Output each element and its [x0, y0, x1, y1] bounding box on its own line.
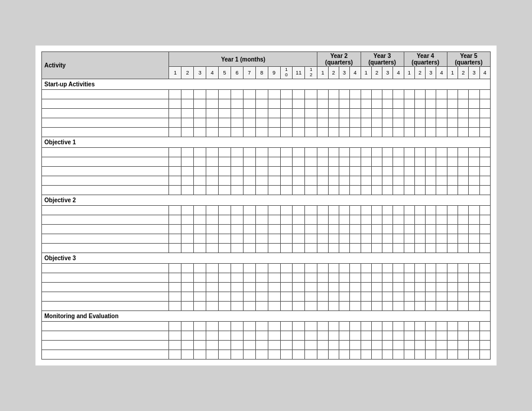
y4-q4: 4 [436, 67, 447, 79]
quarter-cell [458, 224, 469, 234]
quarter-cell [447, 185, 458, 195]
quarter-cell [414, 321, 425, 331]
month-cell [293, 321, 305, 331]
quarter-cell [317, 301, 328, 310]
month-cell [206, 205, 219, 215]
activity-table: Activity Year 1 (months) Year 2 (quarter… [41, 51, 491, 360]
month-cell [255, 273, 268, 282]
quarter-cell [436, 215, 447, 224]
table-row [42, 234, 491, 243]
quarter-cell [426, 147, 436, 157]
quarter-cell [458, 243, 469, 253]
quarter-cell [404, 331, 414, 340]
y5-q1: 1 [447, 67, 458, 79]
quarter-cell [361, 185, 371, 195]
quarter-cell [328, 349, 339, 359]
quarter-cell [414, 301, 425, 310]
quarter-cell [458, 215, 469, 224]
quarter-cell [361, 273, 371, 282]
quarter-cell [393, 166, 404, 176]
section-0: Start-up Activities [42, 79, 491, 89]
quarter-cell [350, 108, 361, 118]
month-cell [219, 224, 231, 234]
activity-cell [42, 301, 169, 310]
month-cell [280, 301, 293, 310]
table-row [42, 176, 491, 185]
quarter-cell [447, 215, 458, 224]
month-cell [206, 224, 219, 234]
month-cell [169, 147, 181, 157]
quarter-cell [458, 147, 469, 157]
quarter-cell [382, 118, 393, 127]
quarter-cell [361, 99, 371, 108]
month-11: 11 [293, 67, 305, 79]
month-cell [268, 89, 280, 99]
quarter-cell [339, 224, 349, 234]
quarter-cell [317, 331, 328, 340]
activity-cell [42, 234, 169, 243]
quarter-cell [447, 340, 458, 349]
month-cell [194, 99, 206, 108]
quarter-cell [328, 157, 339, 166]
quarter-cell [371, 185, 382, 195]
quarter-cell [447, 349, 458, 359]
table-row [42, 185, 491, 195]
quarter-cell [469, 292, 479, 301]
quarter-cell [371, 224, 382, 234]
month-cell [194, 263, 206, 273]
month-5: 5 [219, 67, 231, 79]
month-cell [268, 99, 280, 108]
month-cell [255, 185, 268, 195]
month-cell [181, 99, 194, 108]
y2-q3: 3 [339, 67, 349, 79]
month-cell [194, 147, 206, 157]
quarter-cell [317, 157, 328, 166]
month-cell [293, 234, 305, 243]
month-cell [206, 243, 219, 253]
month-cell [181, 147, 194, 157]
quarter-cell [436, 340, 447, 349]
month-cell [231, 185, 243, 195]
month-cell [181, 349, 194, 359]
quarter-cell [393, 292, 404, 301]
month-cell [293, 273, 305, 282]
quarter-cell [469, 349, 479, 359]
month-cell [206, 215, 219, 224]
quarter-cell [350, 166, 361, 176]
month-cell [305, 99, 317, 108]
quarter-cell [436, 331, 447, 340]
section-2: Objective 2 [42, 195, 491, 205]
month-cell [268, 166, 280, 176]
quarter-cell [479, 205, 490, 215]
month-cell [280, 234, 293, 243]
month-cell [243, 118, 255, 127]
quarter-cell [414, 176, 425, 185]
month-cell [169, 349, 181, 359]
month-cell [219, 166, 231, 176]
month-cell [243, 127, 255, 137]
month-cell [169, 301, 181, 310]
month-cell [219, 205, 231, 215]
quarter-cell [479, 282, 490, 292]
month-cell [169, 215, 181, 224]
activity-cell [42, 340, 169, 349]
month-cell [280, 224, 293, 234]
quarter-cell [479, 99, 490, 108]
quarter-cell [479, 340, 490, 349]
quarter-cell [414, 127, 425, 137]
quarter-cell [458, 108, 469, 118]
quarter-cell [447, 118, 458, 127]
month-cell [293, 282, 305, 292]
month-cell [305, 243, 317, 253]
quarter-cell [339, 301, 349, 310]
quarter-cell [339, 127, 349, 137]
month-cell [305, 157, 317, 166]
quarter-cell [479, 243, 490, 253]
month-cell [219, 147, 231, 157]
month-cell [194, 292, 206, 301]
quarter-cell [317, 243, 328, 253]
month-cell [169, 340, 181, 349]
quarter-cell [469, 89, 479, 99]
month-cell [169, 118, 181, 127]
quarter-cell [458, 273, 469, 282]
